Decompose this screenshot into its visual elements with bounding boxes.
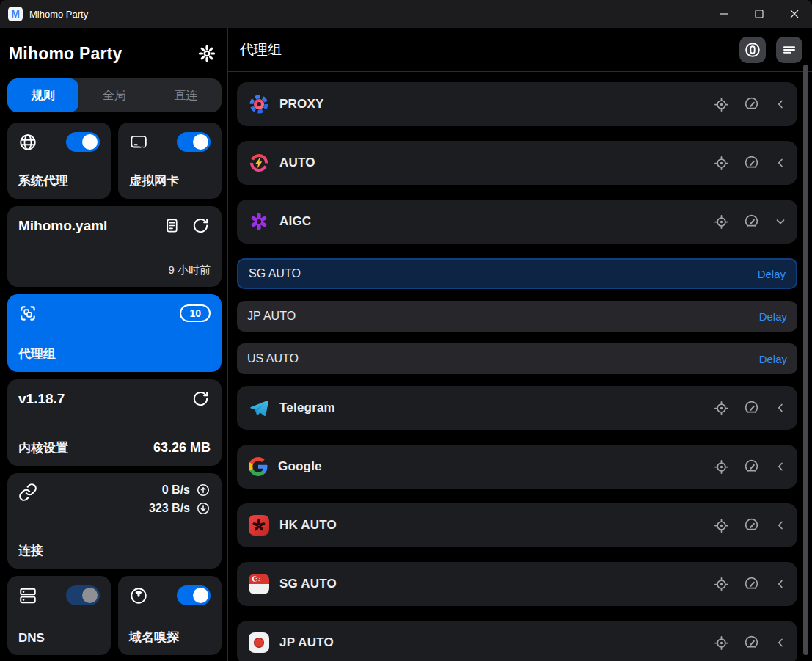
delay-label[interactable]: Delay	[759, 353, 787, 365]
expand-button[interactable]	[774, 98, 787, 111]
locate-node-button[interactable]	[714, 635, 729, 651]
tab-rule-mode[interactable]: 规则	[7, 78, 78, 112]
list-lines-icon	[780, 41, 798, 59]
proxy-group-name: PROXY	[279, 97, 714, 112]
profile-update-button[interactable]	[191, 216, 211, 235]
delay-test-button[interactable]	[744, 156, 759, 171]
tun-toggle[interactable]	[177, 132, 211, 152]
dns-server-icon	[18, 586, 37, 605]
delay-label[interactable]: Delay	[759, 310, 787, 323]
delay-test-button[interactable]	[744, 214, 759, 230]
proxy-node-row[interactable]: JP AUTO Delay	[237, 301, 797, 332]
locate-node-button[interactable]	[714, 401, 729, 416]
proxy-group-row[interactable]: PROXY	[237, 82, 797, 126]
delay-test-button[interactable]	[744, 635, 759, 651]
locate-icon	[714, 635, 729, 651]
expand-button[interactable]	[774, 156, 787, 169]
profile-edit-button[interactable]	[162, 216, 182, 235]
core-card[interactable]: v1.18.7 内核设置 63.26 MB	[7, 379, 222, 466]
core-version: v1.18.7	[18, 391, 65, 407]
expand-button[interactable]	[774, 460, 787, 473]
app-window: M Mihomo Party Mihomo Party	[0, 0, 812, 661]
zero-delay-icon	[744, 41, 761, 59]
system-proxy-card[interactable]: 系统代理	[7, 123, 111, 199]
tun-label: 虚拟网卡	[129, 172, 211, 189]
delay-test-button[interactable]	[744, 577, 759, 592]
delay-test-button[interactable]	[744, 401, 759, 416]
proxy-group-name: HK AUTO	[279, 518, 714, 533]
core-memory: 63.26 MB	[153, 440, 211, 456]
refresh-icon	[192, 217, 209, 234]
chevron-left-icon	[774, 98, 787, 111]
proxy-node-row[interactable]: US AUTO Delay	[237, 343, 797, 374]
delay-test-button[interactable]	[744, 97, 759, 112]
scrollbar-thumb[interactable]	[803, 65, 808, 655]
proxy-group-row[interactable]: JP AUTO	[237, 621, 797, 661]
link-icon	[18, 483, 37, 502]
proxy-groups-card[interactable]: 10 代理组	[7, 294, 222, 372]
auto-logo-icon	[249, 153, 269, 173]
proxy-group-row[interactable]: Telegram	[237, 386, 797, 430]
dns-card[interactable]: DNS	[7, 576, 111, 655]
expand-button[interactable]	[774, 636, 787, 649]
sniff-card[interactable]: 域名嗅探	[118, 576, 222, 655]
locate-node-button[interactable]	[714, 577, 729, 592]
proxy-groups-label: 代理组	[18, 346, 211, 362]
proxy-node-row[interactable]: SG AUTO Delay	[237, 258, 797, 289]
proxy-node-name: JP AUTO	[247, 310, 296, 323]
expand-button[interactable]	[774, 215, 787, 228]
connections-card[interactable]: 0 B/s 323 B/s	[7, 473, 222, 569]
proxy-group-row[interactable]: Google	[237, 445, 797, 489]
sg-flag-icon	[249, 574, 269, 594]
core-restart-button[interactable]	[191, 389, 211, 409]
close-button[interactable]	[777, 0, 812, 28]
locate-node-button[interactable]	[714, 97, 729, 112]
profile-updated-time: 9 小时前	[18, 263, 211, 277]
locate-node-button[interactable]	[714, 518, 729, 533]
proxy-group-row[interactable]: AIGC	[237, 200, 797, 244]
delay-test-button[interactable]	[744, 459, 759, 475]
sidebar: Mihomo Party 规则 全局 直连	[0, 28, 228, 661]
proxy-group-row[interactable]: HK AUTO	[237, 503, 797, 547]
gauge-icon	[744, 577, 759, 592]
proxy-group-name: SG AUTO	[279, 577, 714, 591]
locate-node-button[interactable]	[714, 214, 729, 230]
tab-global-mode[interactable]: 全局	[78, 78, 150, 112]
expand-button[interactable]	[774, 401, 787, 415]
tun-card[interactable]: 虚拟网卡	[118, 123, 222, 199]
chevron-left-icon	[774, 519, 787, 532]
proxy-group-row[interactable]: SG AUTO	[237, 562, 797, 606]
titlebar: M Mihomo Party	[0, 0, 812, 28]
maximize-button[interactable]	[742, 0, 777, 28]
hk-flag-icon	[249, 515, 269, 536]
group-layout-button[interactable]	[776, 37, 802, 63]
settings-button[interactable]	[195, 42, 219, 65]
dns-toggle[interactable]	[66, 585, 100, 605]
minimize-icon	[717, 7, 731, 21]
download-speed: 323 B/s	[149, 502, 190, 515]
globe-icon	[18, 133, 37, 152]
locate-icon	[714, 459, 729, 475]
chevron-left-icon	[774, 636, 787, 649]
app-logo-icon: M	[8, 7, 23, 21]
sniffer-icon	[129, 586, 148, 605]
gear-icon	[198, 45, 216, 62]
locate-node-button[interactable]	[714, 459, 729, 475]
system-proxy-toggle[interactable]	[66, 132, 100, 152]
dns-label: DNS	[18, 631, 100, 646]
locate-icon	[714, 214, 729, 230]
proxy-group-row[interactable]: AUTO	[237, 141, 797, 185]
expand-button[interactable]	[774, 577, 787, 591]
profile-card[interactable]: Mihomo.yaml	[7, 206, 222, 287]
window-title: Mihomo Party	[29, 9, 88, 20]
minimize-button[interactable]	[706, 0, 742, 28]
expand-button[interactable]	[774, 519, 787, 532]
core-settings-label: 内核设置	[18, 439, 68, 456]
delay-test-button[interactable]	[744, 518, 759, 533]
delay-display-button[interactable]	[739, 37, 766, 63]
delay-label[interactable]: Delay	[758, 268, 786, 280]
sniff-toggle[interactable]	[177, 585, 211, 605]
locate-node-button[interactable]	[714, 156, 729, 171]
sniff-label: 域名嗅探	[129, 629, 211, 646]
tab-direct-mode[interactable]: 直连	[150, 78, 222, 112]
